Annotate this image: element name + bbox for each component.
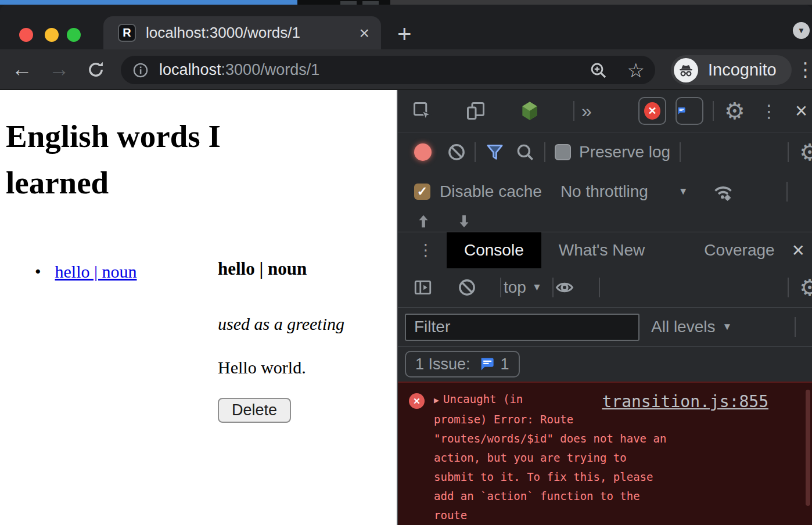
close-window-button[interactable] xyxy=(19,28,33,42)
network-toolbar-row2: ✓ Disable cache No throttling ▼ xyxy=(398,172,812,211)
remix-favicon: R xyxy=(118,24,136,42)
more-panels-icon[interactable]: » xyxy=(581,100,592,122)
filter-network-icon[interactable] xyxy=(485,142,505,162)
network-conditions-icon[interactable] xyxy=(712,181,735,203)
devtools-menu-icon[interactable]: ⋮ xyxy=(760,101,778,121)
background-window-gap xyxy=(297,0,390,5)
context-caret-icon[interactable]: ▼ xyxy=(532,282,542,293)
error-icon: ✕ xyxy=(409,393,425,409)
word-example: Hello world. xyxy=(218,358,306,377)
minimize-window-button[interactable] xyxy=(45,28,59,42)
url-host: localhost xyxy=(159,61,221,78)
inspect-element-icon[interactable] xyxy=(412,100,449,121)
issues-button[interactable]: 1 Issue: 1 xyxy=(405,351,520,377)
network-toolbar: Preserve log ⚙ xyxy=(398,132,812,172)
background-window-strip xyxy=(0,0,812,5)
titlebar: R localhost:3000/words/1 × + ▼ xyxy=(0,5,812,49)
page-title: English words I learned xyxy=(6,113,302,206)
separator xyxy=(788,278,789,297)
zoom-window-button[interactable] xyxy=(67,28,81,42)
drawer-close-icon[interactable]: × xyxy=(792,240,804,261)
incognito-icon xyxy=(674,58,698,82)
device-toolbar-icon[interactable] xyxy=(465,100,502,121)
issues-row: 1 Issue: 1 xyxy=(398,347,812,382)
separator xyxy=(475,142,476,162)
devtools-close-icon[interactable]: × xyxy=(795,100,807,121)
issues-label: 1 Issue: xyxy=(415,355,470,373)
disable-cache-checkbox[interactable]: ✓ xyxy=(414,184,430,200)
console-filter-row: All levels ▼ xyxy=(398,308,812,347)
tab-console[interactable]: Console xyxy=(447,232,541,268)
separator xyxy=(500,278,501,297)
issues-count: 1 xyxy=(501,355,509,373)
network-settings-icon[interactable]: ⚙ xyxy=(799,141,812,164)
url-text: localhost:3000/words/1 xyxy=(159,61,589,79)
web-page: English words I learned • hello | noun h… xyxy=(0,90,397,525)
word-term: hello | noun xyxy=(218,258,307,279)
separator xyxy=(680,142,681,162)
screen: R localhost:3000/words/1 × + ▼ ← → local… xyxy=(0,0,812,525)
separator xyxy=(573,101,574,121)
navbar: ← → localhost:3000/words/1 ☆ xyxy=(0,49,812,90)
address-bar[interactable]: localhost:3000/words/1 ☆ xyxy=(121,56,655,84)
drawer-tab-bar: ⋮ Console What's New Coverage × xyxy=(398,232,812,268)
console-error-message: ✕ transition.js:855 ▶Uncaught (in promis… xyxy=(398,382,812,525)
disable-cache-label: Disable cache xyxy=(440,182,542,201)
incognito-badge[interactable]: Incognito xyxy=(671,55,792,85)
list-bullet: • xyxy=(35,262,41,282)
tab-coverage[interactable]: Coverage xyxy=(687,232,792,268)
console-context-select[interactable]: top xyxy=(504,278,526,297)
export-har-icon[interactable] xyxy=(456,213,472,230)
devtools-settings-icon[interactable]: ⚙ xyxy=(724,99,745,123)
import-har-icon[interactable] xyxy=(415,213,432,230)
browser-menu-icon[interactable]: ⋮ xyxy=(796,58,812,81)
search-network-icon[interactable] xyxy=(515,142,535,162)
drawer-menu-icon[interactable]: ⋮ xyxy=(418,240,434,260)
preserve-log-label: Preserve log xyxy=(579,143,670,161)
console-toolbar: top ▼ ⚙ xyxy=(398,268,812,308)
devtools-panel: » ✕ ⚙ ⋮ × xyxy=(397,90,812,525)
expand-error-icon[interactable]: ▶ xyxy=(434,391,439,410)
reload-icon[interactable] xyxy=(86,60,106,80)
error-text-rest: promise) Error: Route "routes/words/$id"… xyxy=(434,413,666,522)
content-area: English words I learned • hello | noun h… xyxy=(0,90,812,525)
tab-search-icon[interactable]: ▼ xyxy=(793,22,810,39)
error-count-badge[interactable]: ✕ xyxy=(638,97,666,125)
back-icon[interactable]: ← xyxy=(12,57,33,81)
separator xyxy=(788,142,789,162)
delete-button[interactable]: Delete xyxy=(218,398,291,423)
word-link[interactable]: hello | noun xyxy=(55,262,137,282)
incognito-label: Incognito xyxy=(708,60,777,80)
nodejs-icon[interactable] xyxy=(519,100,557,122)
throttling-select[interactable]: No throttling xyxy=(561,182,648,201)
error-text-prefix: Uncaught (in xyxy=(443,393,523,405)
error-source-link[interactable]: transition.js:855 xyxy=(602,392,768,411)
tab-whats-new[interactable]: What's New xyxy=(541,232,663,268)
preserve-log-checkbox[interactable] xyxy=(555,144,571,160)
bookmark-star-icon[interactable]: ☆ xyxy=(627,60,645,80)
console-sidebar-toggle-icon[interactable] xyxy=(412,278,445,297)
background-window-titlebar xyxy=(0,0,297,5)
tab-title: localhost:3000/words/1 xyxy=(146,24,358,42)
devtools-main-toolbar: » ✕ ⚙ ⋮ × xyxy=(398,90,812,132)
log-levels-select[interactable]: All levels xyxy=(651,318,715,336)
throttling-caret-icon[interactable]: ▼ xyxy=(678,186,688,197)
new-tab-button[interactable]: + xyxy=(397,22,412,46)
tab-close-icon[interactable]: × xyxy=(358,24,371,42)
console-filter-input[interactable] xyxy=(405,314,639,341)
issues-chat-icon xyxy=(479,356,495,372)
clear-console-icon[interactable] xyxy=(457,278,488,297)
forward-icon[interactable]: → xyxy=(49,57,70,81)
browser-tab[interactable]: R localhost:3000/words/1 × xyxy=(103,16,381,49)
issues-badge[interactable] xyxy=(676,97,703,125)
record-network-log-icon[interactable] xyxy=(414,143,432,161)
clear-network-icon[interactable] xyxy=(447,142,466,162)
browser-window: R localhost:3000/words/1 × + ▼ ← → local… xyxy=(0,5,812,525)
console-settings-icon[interactable]: ⚙ xyxy=(799,276,812,299)
site-info-icon[interactable] xyxy=(132,62,149,78)
levels-caret-icon[interactable]: ▼ xyxy=(722,321,732,333)
console-scrollbar[interactable] xyxy=(806,390,810,506)
zoom-page-icon[interactable] xyxy=(589,61,608,80)
live-expression-eye-icon[interactable] xyxy=(554,278,587,297)
word-list: • hello | noun xyxy=(35,262,137,282)
